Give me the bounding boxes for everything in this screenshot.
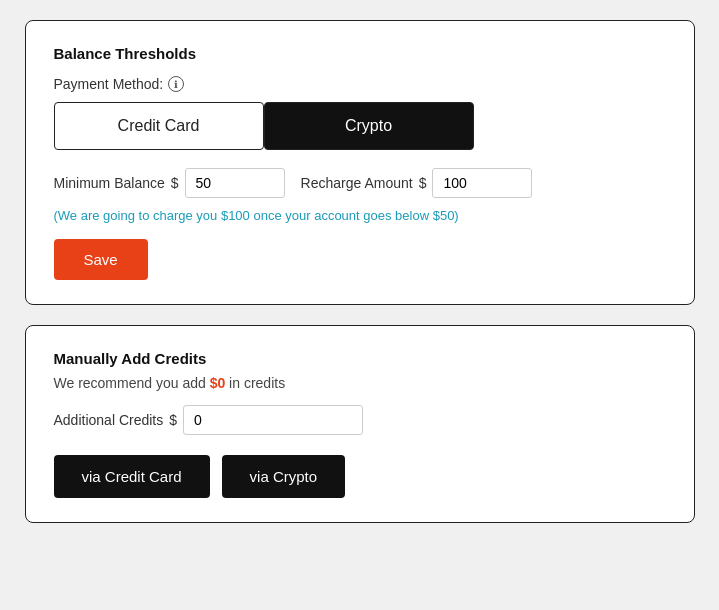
via-crypto-button[interactable]: via Crypto — [222, 455, 346, 498]
minimum-balance-label: Minimum Balance — [54, 175, 165, 191]
info-icon: ℹ — [168, 76, 184, 92]
action-buttons-row: via Credit Card via Crypto — [54, 455, 666, 498]
balance-thresholds-title: Balance Thresholds — [54, 45, 666, 62]
credit-card-button[interactable]: Credit Card — [54, 102, 264, 150]
manually-add-credits-card: Manually Add Credits We recommend you ad… — [25, 325, 695, 523]
save-button[interactable]: Save — [54, 239, 148, 280]
minimum-balance-dollar: $ — [171, 175, 179, 191]
recommend-text: We recommend you add $0 in credits — [54, 375, 666, 391]
amount-fields-row: Minimum Balance $ Recharge Amount $ — [54, 168, 666, 198]
balance-thresholds-card: Balance Thresholds Payment Method: ℹ Cre… — [25, 20, 695, 305]
manually-add-credits-title: Manually Add Credits — [54, 350, 666, 367]
recommend-text-before: We recommend you add — [54, 375, 210, 391]
via-credit-card-button[interactable]: via Credit Card — [54, 455, 210, 498]
additional-credits-row: Additional Credits $ — [54, 405, 666, 435]
charge-info-text: (We are going to charge you $100 once yo… — [54, 208, 666, 223]
payment-method-label: Payment Method: ℹ — [54, 76, 666, 92]
crypto-button[interactable]: Crypto — [264, 102, 474, 150]
recharge-amount-group: Recharge Amount $ — [301, 168, 533, 198]
recharge-amount-input[interactable] — [432, 168, 532, 198]
additional-credits-dollar: $ — [169, 412, 177, 428]
minimum-balance-input[interactable] — [185, 168, 285, 198]
minimum-balance-group: Minimum Balance $ — [54, 168, 285, 198]
recommend-text-after: in credits — [225, 375, 285, 391]
recommend-amount: $0 — [210, 375, 226, 391]
payment-method-text: Payment Method: — [54, 76, 164, 92]
additional-credits-label: Additional Credits — [54, 412, 164, 428]
payment-method-buttons: Credit Card Crypto — [54, 102, 474, 150]
recharge-amount-dollar: $ — [419, 175, 427, 191]
recharge-amount-label: Recharge Amount — [301, 175, 413, 191]
additional-credits-input[interactable] — [183, 405, 363, 435]
